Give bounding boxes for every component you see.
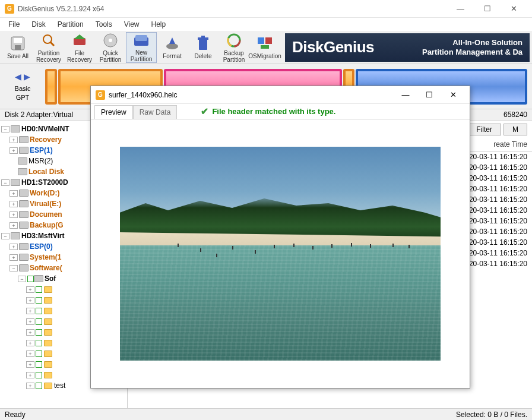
toolbar-label: Save All (7, 53, 28, 59)
toolbar-label: New Partition (131, 49, 153, 62)
preview-body (91, 119, 470, 388)
tree-collapse-icon[interactable]: − (1, 126, 10, 132)
tree-expand-icon[interactable]: + (10, 222, 18, 229)
checkbox-icon[interactable] (27, 276, 34, 282)
tree-expand-icon[interactable]: + (26, 361, 34, 368)
tree-expand-icon[interactable]: + (26, 340, 34, 346)
folder-icon (44, 372, 52, 378)
minimize-button[interactable]: — (447, 1, 474, 17)
save-icon (10, 35, 26, 52)
tree-expand-icon[interactable]: + (26, 350, 34, 357)
new-partition-button[interactable]: New Partition (126, 32, 157, 63)
preview-titlebar[interactable]: G surfer_1440x960.heic — ☐ ✕ (91, 86, 470, 104)
checkbox-icon[interactable] (36, 340, 42, 346)
menu-file[interactable]: File (4, 19, 24, 30)
checkbox-icon[interactable] (36, 286, 42, 293)
tree-label: Recovery (30, 135, 62, 144)
maximize-button[interactable]: ☐ (474, 1, 501, 17)
tree-expand-icon[interactable]: + (10, 190, 18, 197)
tree-collapse-icon[interactable]: − (1, 179, 10, 186)
tree-label: HD3:MsftVirt (21, 232, 64, 240)
preview-status: ✔ File header matched with its type. (201, 106, 335, 117)
tree-expand-icon[interactable]: + (26, 308, 34, 314)
delete-button[interactable]: Delete (188, 32, 218, 63)
tree-collapse-icon[interactable]: − (10, 265, 18, 271)
tree-label: ESP(0) (30, 242, 53, 251)
checkbox-icon[interactable] (36, 383, 42, 389)
preview-maximize-button[interactable]: ☐ (417, 87, 441, 103)
delete-icon (195, 35, 211, 52)
checkbox-icon[interactable] (36, 329, 42, 336)
partition-icon (19, 189, 28, 197)
m-button[interactable]: M (504, 124, 527, 135)
brand-banner: DiskGenius All-In-One Solution Partition… (285, 33, 530, 62)
tree-expand-icon[interactable]: + (10, 211, 18, 218)
format-button[interactable]: Format (157, 32, 188, 63)
svg-rect-1 (14, 38, 22, 43)
app-icon: G (96, 90, 105, 100)
folder-icon (44, 361, 52, 368)
nav-arrows[interactable]: ◀ ▶ (5, 71, 40, 82)
file-recovery-button[interactable]: File Recovery (64, 32, 95, 63)
menu-partition[interactable]: Partition (53, 19, 88, 30)
tree-expand-icon[interactable]: + (26, 372, 34, 378)
checkbox-icon[interactable] (36, 350, 42, 357)
tree-collapse-icon[interactable]: − (1, 233, 10, 239)
partition-segment[interactable] (45, 69, 57, 105)
brand-slogan: All-In-One Solution Partition Management… (422, 38, 522, 56)
disk-sector-count: 658240 (504, 110, 527, 119)
menu-help[interactable]: Help (147, 19, 171, 30)
window-controls: — ☐ ✕ (447, 1, 527, 17)
tree-label: Software( (30, 264, 62, 272)
format-icon (164, 35, 180, 52)
tab-preview[interactable]: Preview (94, 105, 133, 119)
statusbar: Ready Selected: 0 B / 0 Files. (0, 408, 532, 420)
quick-partition-button[interactable]: Quick Partition (95, 32, 126, 63)
preview-minimize-button[interactable]: — (394, 87, 417, 103)
app-icon: G (5, 4, 14, 14)
menubar: File Disk Partition Tools View Help (0, 18, 532, 31)
tree-expand-icon[interactable]: + (26, 329, 34, 336)
menu-disk[interactable]: Disk (27, 19, 50, 30)
svg-point-7 (109, 39, 112, 42)
checkbox-icon[interactable] (36, 361, 42, 368)
toolbar-label: OSMigration (248, 53, 281, 59)
gpt-label: GPT (5, 93, 40, 102)
tree-collapse-icon[interactable]: − (18, 276, 26, 282)
tree-expand-icon[interactable]: + (10, 147, 18, 154)
close-button[interactable]: ✕ (501, 1, 527, 17)
tree-expand-icon[interactable]: + (10, 137, 18, 143)
disk-icon (11, 232, 20, 240)
backup-partition-button[interactable]: Backup Partition (218, 32, 249, 63)
checkbox-icon[interactable] (36, 308, 42, 314)
menu-tools[interactable]: Tools (91, 19, 117, 30)
tree-expand-icon[interactable]: + (26, 297, 34, 304)
tree-expand-icon[interactable]: + (26, 318, 34, 325)
filter-button[interactable]: Filter (467, 124, 501, 135)
slogan-line2: Partition Management & Da (422, 48, 522, 57)
tree-expand-icon[interactable]: + (10, 244, 18, 250)
svg-rect-17 (258, 37, 264, 44)
svg-rect-18 (265, 37, 272, 44)
save-all-button[interactable]: Save All (2, 32, 33, 63)
disk-icon (102, 32, 119, 49)
disk-icon (11, 178, 20, 187)
checkbox-icon[interactable] (36, 297, 42, 304)
svg-point-10 (166, 43, 178, 49)
partition-recovery-button[interactable]: Partition Recovery (33, 32, 64, 63)
magnifier-icon (40, 32, 57, 49)
tree-expand-icon[interactable]: + (10, 201, 18, 207)
menu-view[interactable]: View (119, 19, 144, 30)
tree-expand-icon[interactable]: + (10, 254, 18, 261)
tree-expand-icon[interactable]: + (26, 286, 34, 293)
os-migration-button[interactable]: OSMigration (249, 32, 280, 63)
disk-icon (11, 125, 20, 133)
checkbox-icon[interactable] (36, 372, 42, 378)
tree-expand-icon[interactable]: + (26, 383, 34, 389)
tab-raw-data[interactable]: Raw Data (133, 105, 178, 119)
tree-label: test (54, 381, 65, 390)
folder-icon (44, 350, 52, 357)
preview-close-button[interactable]: ✕ (441, 87, 465, 103)
partition-icon (19, 210, 28, 219)
checkbox-icon[interactable] (36, 318, 42, 325)
